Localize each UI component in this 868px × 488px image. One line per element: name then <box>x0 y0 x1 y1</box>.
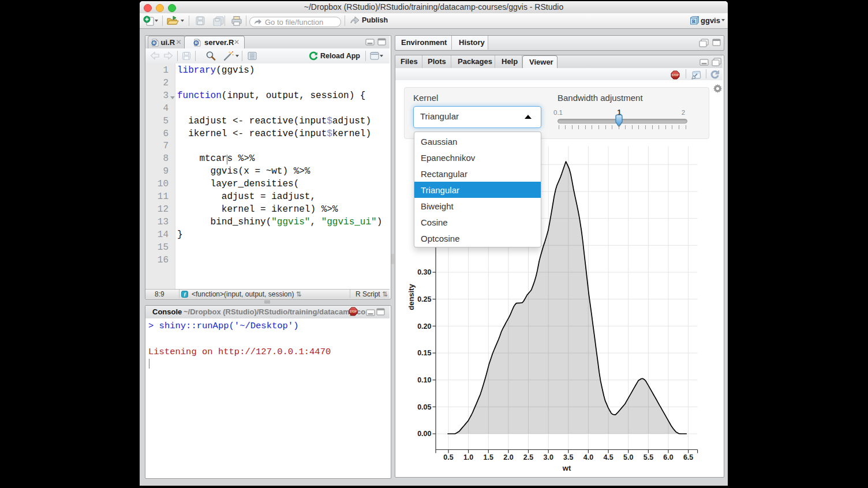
svg-text:6.0: 6.0 <box>663 453 673 461</box>
svg-text:1.0: 1.0 <box>463 453 473 461</box>
svg-text:R: R <box>692 18 696 24</box>
svg-text:0.5: 0.5 <box>443 453 453 461</box>
svg-text:4.0: 4.0 <box>583 453 593 461</box>
svg-text:4.5: 4.5 <box>603 453 613 461</box>
svg-text:STOP: STOP <box>350 310 357 313</box>
svg-text:0.00: 0.00 <box>417 430 431 438</box>
svg-text:0.05: 0.05 <box>417 403 431 411</box>
svg-text:0.25: 0.25 <box>417 295 431 303</box>
svg-text:5.5: 5.5 <box>643 453 653 461</box>
svg-text:2.0: 2.0 <box>503 453 513 461</box>
svg-text:3.0: 3.0 <box>544 453 553 461</box>
svg-text:0.10: 0.10 <box>417 376 431 384</box>
svg-text:0.15: 0.15 <box>417 349 431 357</box>
svg-text:R: R <box>152 40 156 46</box>
svg-text:0.20: 0.20 <box>417 322 431 331</box>
svg-text:STOP: STOP <box>672 74 679 77</box>
svg-text:density: density <box>407 283 416 310</box>
svg-text:R: R <box>194 40 198 46</box>
svg-text:6.5: 6.5 <box>683 453 693 461</box>
svg-text:2.5: 2.5 <box>523 453 533 461</box>
svg-text:3.5: 3.5 <box>563 453 573 461</box>
svg-text:wt: wt <box>562 464 571 472</box>
svg-text:1.5: 1.5 <box>484 453 493 461</box>
svg-text:0.30: 0.30 <box>417 268 431 276</box>
svg-text:5.0: 5.0 <box>623 453 633 461</box>
